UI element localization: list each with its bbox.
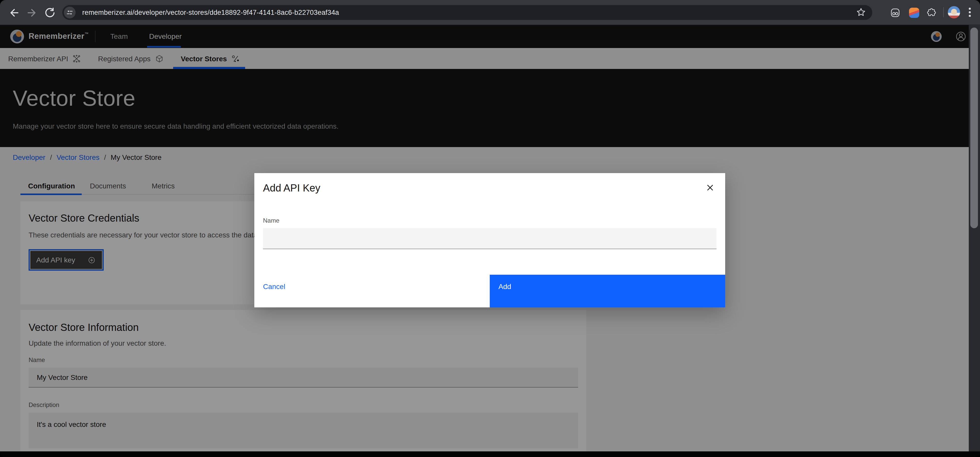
cancel-button[interactable]: Cancel — [254, 275, 490, 307]
browser-menu-icon[interactable] — [969, 8, 971, 17]
extension-colorful-icon[interactable] — [909, 8, 919, 18]
scrollbar-thumb[interactable] — [970, 27, 978, 228]
add-button[interactable]: Add — [490, 275, 725, 307]
browser-profile-avatar[interactable] — [948, 6, 960, 18]
address-bar[interactable]: rememberizer.ai/developer/vector-stores/… — [62, 5, 872, 20]
browser-window: rememberizer.ai/developer/vector-stores/… — [0, 0, 980, 457]
modal-name-input[interactable] — [263, 228, 716, 249]
modal-title: Add API Key — [263, 182, 320, 194]
back-icon[interactable] — [8, 6, 21, 19]
window-bottom-edge — [0, 451, 980, 457]
page-scrollbar[interactable] — [969, 25, 980, 451]
url-text[interactable]: rememberizer.ai/developer/vector-stores/… — [82, 9, 339, 16]
reload-icon[interactable] — [44, 6, 56, 19]
extensions-puzzle-icon[interactable] — [925, 7, 937, 18]
forward-icon[interactable] — [25, 6, 38, 19]
modal-footer: Cancel Add — [254, 275, 725, 307]
bookmark-star-icon[interactable] — [856, 7, 866, 18]
tab-groups-icon[interactable] — [889, 7, 901, 18]
close-icon[interactable] — [700, 177, 720, 197]
toolbar-divider — [943, 7, 944, 18]
site-settings-icon[interactable] — [64, 6, 76, 18]
screen: rememberizer.ai/developer/vector-stores/… — [0, 0, 980, 457]
add-api-key-modal: Add API Key Name Cancel Add — [254, 173, 725, 307]
modal-name-label: Name — [263, 217, 279, 224]
app-viewport: Rememberizer™ Team Developer Rememberize… — [0, 25, 980, 451]
browser-toolbar: rememberizer.ai/developer/vector-stores/… — [0, 0, 980, 25]
